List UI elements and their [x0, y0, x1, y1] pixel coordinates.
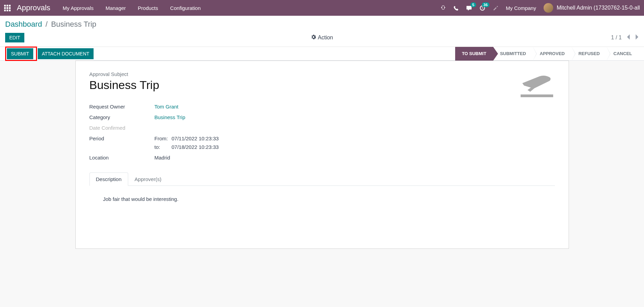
tabs: Description Approver(s) [89, 172, 555, 186]
status-steps: To Submit Submitted Approved Refused Can… [455, 47, 639, 61]
gear-icon [311, 35, 316, 41]
topbar: Approvals My Approvals Manager Products … [0, 0, 644, 16]
highlight-annotation: Submit [5, 47, 37, 61]
chat-badge: 5 [471, 2, 476, 7]
owner-link[interactable]: Tom Grant [155, 104, 179, 110]
pager-prev[interactable] [627, 34, 630, 42]
label-period: Period [89, 136, 155, 150]
pager-value[interactable]: 1 / 1 [611, 35, 622, 41]
value-date-confirmed [155, 125, 329, 131]
tab-description[interactable]: Description [89, 172, 128, 186]
tab-content-description: Job fair that would be interesting. [89, 186, 555, 212]
value-location: Madrid [155, 155, 329, 161]
nav-my-approvals[interactable]: My Approvals [63, 5, 94, 11]
subject-title: Business Trip [89, 78, 555, 92]
step-refused[interactable]: Refused [572, 47, 607, 61]
activity-icon[interactable]: 36 [479, 5, 485, 11]
step-cancel[interactable]: Cancel [607, 47, 639, 61]
user-name: Mitchell Admin (17320762-15-0-all [557, 5, 640, 11]
app-title[interactable]: Approvals [17, 3, 50, 12]
nav-manager[interactable]: Manager [106, 5, 126, 11]
phone-icon[interactable] [453, 5, 459, 11]
nav-configuration[interactable]: Configuration [170, 5, 201, 11]
pager: 1 / 1 [611, 34, 639, 42]
activity-badge: 36 [482, 2, 489, 7]
statusbar: Submit Attach Document To Submit Submitt… [0, 47, 644, 61]
subject-label: Approval Subject [89, 71, 555, 77]
topbar-right: 5 36 My Company Mitchell Admin (17320762… [440, 3, 640, 13]
period-to-value: 07/18/2022 10:23:33 [172, 144, 329, 150]
period-from-value: 07/11/2022 10:23:33 [172, 136, 329, 141]
edit-button[interactable]: Edit [5, 33, 24, 42]
label-owner: Request Owner [89, 104, 155, 110]
value-period: From: 07/11/2022 10:23:33 to: 07/18/2022… [155, 136, 329, 150]
pager-next[interactable] [635, 34, 639, 42]
step-approved[interactable]: Approved [533, 47, 572, 61]
action-label: Action [318, 35, 333, 41]
company-selector[interactable]: My Company [506, 5, 536, 11]
action-menu[interactable]: Action [311, 35, 333, 41]
step-submitted[interactable]: Submitted [493, 47, 533, 61]
attach-document-button[interactable]: Attach Document [38, 48, 94, 59]
svg-rect-0 [521, 94, 553, 97]
breadcrumb-root[interactable]: Dashboard [5, 20, 42, 28]
form-sheet: Approval Subject Business Trip Request O… [75, 61, 569, 249]
label-location: Location [89, 155, 155, 161]
value-owner: Tom Grant [155, 104, 329, 110]
breadcrumb-sep: / [46, 20, 48, 28]
fields-grid: Request Owner Tom Grant Category Busines… [89, 104, 329, 161]
period-to-label: to: [155, 144, 172, 150]
chat-icon[interactable]: 5 [466, 5, 472, 11]
tools-icon[interactable] [493, 5, 498, 11]
category-link[interactable]: Business Trip [155, 114, 185, 120]
breadcrumb: Dashboard / Business Trip [5, 20, 639, 29]
submit-button[interactable]: Submit [7, 48, 33, 59]
nav-products[interactable]: Products [138, 5, 158, 11]
content: Approval Subject Business Trip Request O… [0, 61, 644, 249]
apps-menu-icon[interactable] [4, 5, 11, 11]
breadcrumb-current: Business Trip [51, 20, 96, 28]
nav-items: My Approvals Manager Products Configurat… [63, 5, 201, 11]
debug-icon[interactable] [440, 5, 446, 11]
user-menu[interactable]: Mitchell Admin (17320762-15-0-all [544, 3, 640, 13]
trip-plane-icon [517, 71, 555, 100]
value-category: Business Trip [155, 114, 329, 120]
step-to-submit[interactable]: To Submit [455, 47, 493, 61]
label-date-confirmed: Date Confirmed [89, 125, 155, 131]
tab-approvers[interactable]: Approver(s) [128, 172, 168, 186]
period-from-label: From: [155, 136, 172, 141]
control-panel: Dashboard / Business Trip Edit Action 1 … [0, 16, 644, 47]
label-category: Category [89, 114, 155, 120]
avatar [544, 3, 553, 13]
